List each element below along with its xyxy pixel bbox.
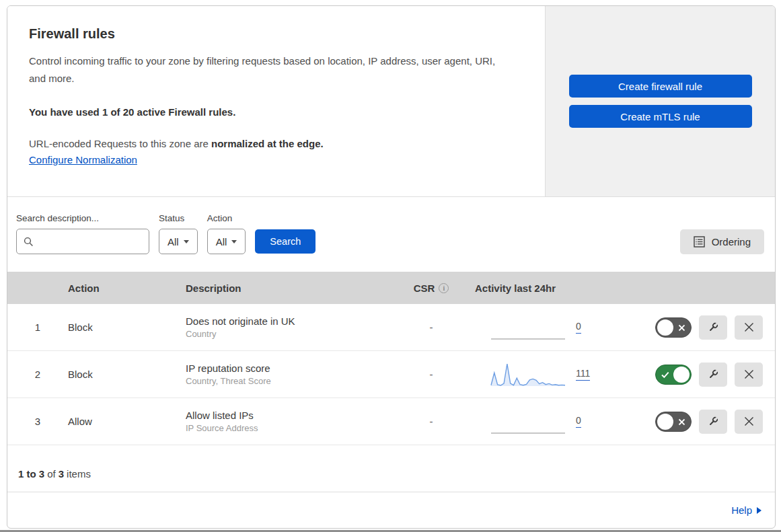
rule-index: 1 xyxy=(35,321,40,333)
status-group: Status All xyxy=(159,213,198,254)
rule-description: Allow listed IPs xyxy=(186,410,398,421)
rule-fields: Country, Threat Score xyxy=(186,376,398,386)
wrench-icon xyxy=(707,321,719,334)
x-icon xyxy=(678,418,685,426)
csr-info-icon[interactable]: i xyxy=(439,283,449,293)
firewall-rules-page: Firewall rules Control incoming traffic … xyxy=(0,0,781,532)
rule-controls xyxy=(630,315,775,340)
pagination-total: 3 xyxy=(59,468,64,480)
actions-panel: Create firewall rule Create mTLS rule xyxy=(546,6,775,196)
pagination-summary: 1 to 3of3items xyxy=(7,445,775,492)
search-group: Search description... xyxy=(16,213,149,254)
firewall-rules-card: Firewall rules Control incoming traffic … xyxy=(7,5,776,529)
rule-description-cell: Does not originate in UK Country xyxy=(186,315,398,339)
x-icon xyxy=(678,324,685,332)
rule-description: IP reputation score xyxy=(186,363,398,374)
page-header-section: Firewall rules Control incoming traffic … xyxy=(7,6,775,197)
action-select-value: All xyxy=(216,236,227,248)
delete-rule-button[interactable] xyxy=(735,410,763,434)
rule-controls xyxy=(630,410,775,434)
status-label: Status xyxy=(159,213,198,223)
create-firewall-rule-button[interactable]: Create firewall rule xyxy=(569,75,752,98)
rule-activity-cell: 0 xyxy=(465,314,630,341)
rule-csr-value: - xyxy=(430,416,433,427)
rule-action: Block xyxy=(68,369,186,380)
rule-enabled-toggle[interactable] xyxy=(655,317,692,338)
column-header-action: Action xyxy=(68,282,186,294)
rule-description-cell: Allow listed IPs IP Source Address xyxy=(186,410,398,433)
toggle-knob xyxy=(657,414,673,430)
activity-sparkline xyxy=(490,408,566,435)
rule-fields: IP Source Address xyxy=(186,423,398,433)
search-input[interactable] xyxy=(39,236,149,247)
activity-sparkline xyxy=(490,361,566,388)
page-title: Firewall rules xyxy=(29,26,523,42)
rule-action: Allow xyxy=(68,416,186,427)
delete-rule-button[interactable] xyxy=(735,315,763,340)
normalization-note: URL-encoded Requests to this zone are no… xyxy=(29,135,523,153)
rule-index: 2 xyxy=(35,369,40,380)
rule-description: Does not originate in UK xyxy=(186,315,398,327)
table-header: Action Description CSR i Activity last 2… xyxy=(7,272,775,304)
rule-controls xyxy=(630,363,775,387)
search-icon xyxy=(24,237,34,247)
ordering-list-icon xyxy=(694,236,705,248)
column-header-description: Description xyxy=(186,282,398,294)
chevron-down-icon xyxy=(184,240,189,243)
activity-count-link[interactable]: 0 xyxy=(576,321,581,334)
check-icon xyxy=(661,371,669,379)
table-row: 1 Block Does not originate in UK Country… xyxy=(7,304,775,351)
column-header-activity: Activity last 24hr xyxy=(465,282,630,294)
rule-csr-value: - xyxy=(430,321,433,333)
rule-index: 3 xyxy=(35,416,40,427)
edit-rule-button[interactable] xyxy=(699,410,727,434)
toggle-knob xyxy=(673,367,690,383)
column-header-csr: CSR i xyxy=(414,282,449,294)
rule-enabled-toggle[interactable] xyxy=(655,365,692,385)
activity-count-link[interactable]: 0 xyxy=(576,415,581,428)
help-bar: Help xyxy=(7,492,775,528)
table-row: 2 Block IP reputation score Country, Thr… xyxy=(7,351,775,398)
page-description: Control incoming traffic to your zone by… xyxy=(29,52,510,87)
search-button[interactable]: Search xyxy=(255,229,315,254)
normalization-bold: normalized at the edge. xyxy=(211,138,324,149)
pagination-of: of xyxy=(47,468,56,480)
rule-csr-value: - xyxy=(430,369,433,380)
triangle-right-icon xyxy=(757,507,761,514)
chevron-down-icon xyxy=(231,240,237,243)
status-select[interactable]: All xyxy=(159,229,198,254)
normalization-text: URL-encoded Requests to this zone are xyxy=(29,138,211,149)
rule-fields: Country xyxy=(186,329,398,339)
close-icon xyxy=(744,322,754,332)
search-box[interactable] xyxy=(16,229,149,254)
action-select[interactable]: All xyxy=(207,229,246,254)
ordering-button-label: Ordering xyxy=(712,236,751,248)
create-mtls-rule-button[interactable]: Create mTLS rule xyxy=(569,105,752,128)
rule-activity-cell: 0 xyxy=(465,408,630,435)
search-label: Search description... xyxy=(16,213,149,223)
pagination-items: items xyxy=(67,468,91,480)
edit-rule-button[interactable] xyxy=(699,315,727,340)
activity-count-link[interactable]: 111 xyxy=(576,368,590,381)
activity-sparkline xyxy=(490,314,566,341)
action-label: Action xyxy=(207,213,246,223)
rule-action: Block xyxy=(68,321,186,333)
usage-note: You have used 1 of 20 active Firewall ru… xyxy=(29,106,523,118)
close-icon xyxy=(744,416,754,426)
edit-rule-button[interactable] xyxy=(699,363,727,387)
page-header-text: Firewall rules Control incoming traffic … xyxy=(7,6,546,196)
action-group: Action All xyxy=(207,213,246,254)
help-link-label: Help xyxy=(731,504,752,516)
configure-normalization-link[interactable]: Configure Normalization xyxy=(29,154,137,165)
help-link[interactable]: Help xyxy=(731,504,761,516)
csr-header-label: CSR xyxy=(414,282,435,294)
close-icon xyxy=(744,369,754,379)
toggle-knob xyxy=(657,319,673,336)
filter-bar: Search description... Status All Action xyxy=(7,197,775,272)
rule-description-cell: IP reputation score Country, Threat Scor… xyxy=(186,363,398,386)
status-select-value: All xyxy=(168,236,179,248)
ordering-button[interactable]: Ordering xyxy=(680,229,764,254)
rule-enabled-toggle[interactable] xyxy=(655,412,692,432)
wrench-icon xyxy=(707,369,719,381)
delete-rule-button[interactable] xyxy=(735,363,763,387)
